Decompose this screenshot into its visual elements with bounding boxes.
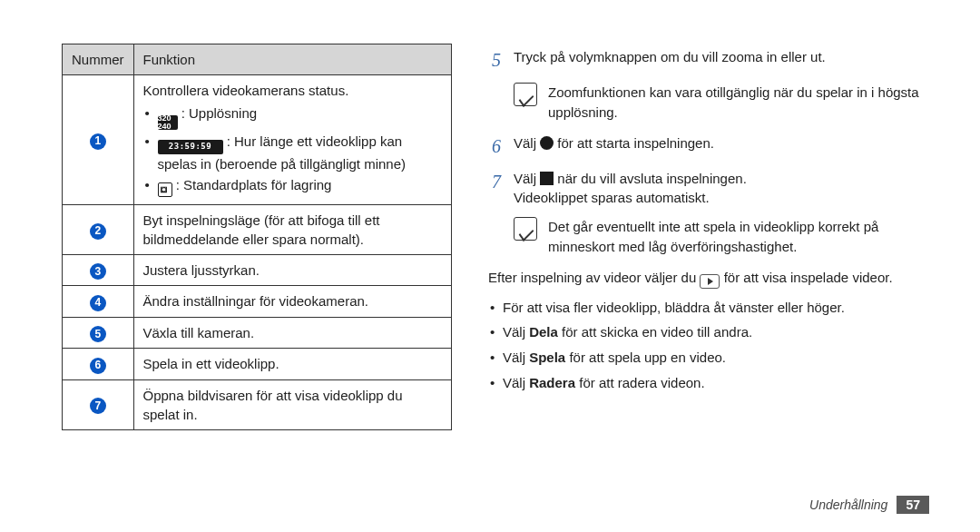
note-icon [514,217,537,241]
right-column: 5 Tryck på volymknappen om du vill zooma… [488,44,929,532]
note-box: Zoomfunktionen kan vara otillgänglig när… [514,83,920,123]
note-text: Zoomfunktionen kan vara otillgänglig när… [548,83,920,123]
row-subtext: : Upplösning [181,105,257,121]
col-header-number: Nummer [63,44,134,75]
row-number-badge: 4 [90,295,106,311]
step-5: 5 Tryck på volymknappen om du vill zooma… [488,47,920,74]
page-footer: Underhållning 57 [809,496,929,514]
table-row: 2 Byt inspelningsläge (för att bifoga ti… [63,205,452,255]
step-text: Välj när du vill avsluta inspelningen. V… [514,169,920,209]
row-number-badge: 7 [90,398,106,414]
row-text: Växla till kameran. [133,317,451,348]
table-row: 4 Ändra inställningar för videokameran. [63,286,452,317]
footer-section: Underhållning [809,498,887,512]
row-text: Byt inspelningsläge (för att bifoga till… [133,205,451,255]
note-text: Det går eventuellt inte att spela in vid… [548,217,920,257]
row-number-badge: 5 [90,326,106,342]
step-number: 5 [488,47,505,74]
list-item: För att visa fler videoklipp, bläddra åt… [488,298,920,318]
row-text: Ändra inställningar för videokameran. [133,286,451,317]
row-text: Öppna bildvisaren för att visa videoklip… [133,379,451,429]
number-function-table: Nummer Funktion 1 Kontrollera videokamer… [62,44,452,430]
list-item: Välj Spela för att spela upp en video. [488,348,920,368]
stop-icon [540,172,554,185]
note-box: Det går eventuellt inte att spela in vid… [514,217,920,257]
list-item: Välj Dela för att skicka en video till a… [488,322,920,342]
step-text: Välj för att starta inspelningen. [514,133,920,160]
row-text: Spela in ett videoklipp. [133,349,451,379]
play-icon [700,274,720,289]
table-row: 3 Justera ljusstyrkan. [63,255,452,286]
step-text: Tryck på volymknappen om du vill zooma i… [514,47,920,74]
row-title: Kontrollera videokamerans status. [143,81,442,100]
left-column: Nummer Funktion 1 Kontrollera videokamer… [62,44,452,532]
row-number-badge: 6 [90,358,106,374]
row-subtext: : Standardplats för lagring [176,177,332,192]
row-text: Justera ljusstyrkan. [133,255,451,286]
row-number-badge: 3 [90,263,106,280]
step-number: 7 [488,169,505,209]
step-number: 6 [488,133,505,160]
footer-page-number: 57 [897,496,929,514]
paragraph: Efter inspelning av videor väljer du för… [488,268,920,289]
row-number-badge: 1 [90,133,106,150]
note-icon [514,83,537,106]
col-header-function: Funktion [133,44,451,75]
tips-list: För att visa fler videoklipp, bläddra åt… [488,298,920,393]
storage-icon: ⛋ [158,182,172,197]
row-number-badge: 2 [90,223,106,240]
record-icon [540,136,554,150]
duration-icon: 23:59:59 [158,140,223,154]
list-item: Välj Radera för att radera videon. [488,373,920,393]
step-7: 7 Välj när du vill avsluta inspelningen.… [488,169,920,209]
row-sublist: 320 240 : Upplösning 23:59:59 : Hur läng… [143,103,442,197]
table-row: 6 Spela in ett videoklipp. [63,349,452,379]
table-row: 1 Kontrollera videokamerans status. 320 … [63,75,452,205]
step-6: 6 Välj för att starta inspelningen. [488,133,920,160]
resolution-icon: 320 240 [158,115,178,130]
page: Nummer Funktion 1 Kontrollera videokamer… [0,0,980,532]
table-row: 5 Växla till kameran. [63,317,452,348]
table-row: 7 Öppna bildvisaren för att visa videokl… [63,379,452,429]
